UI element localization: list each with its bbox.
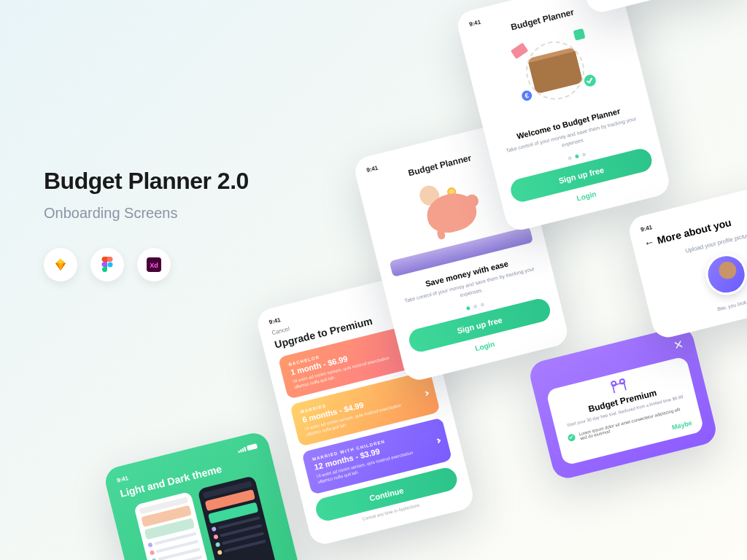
figma-icon [90, 248, 124, 281]
hero-section: Budget Planner 2.0 Onboarding Screens Xd [44, 168, 249, 281]
back-button[interactable]: ← [643, 236, 655, 249]
check-icon [567, 433, 576, 442]
svg-text:Xd: Xd [150, 262, 158, 269]
tool-icons: Xd [44, 248, 249, 281]
avatar[interactable] [702, 249, 747, 299]
hero-title: Budget Planner 2.0 [44, 168, 249, 195]
xd-icon: Xd [137, 248, 171, 281]
hero-subtitle: Onboarding Screens [44, 205, 249, 222]
dark-theme-preview [198, 475, 281, 560]
chevron-right-icon [424, 391, 429, 396]
bag-icon [573, 28, 586, 41]
check-icon [583, 74, 597, 88]
chevron-right-icon [436, 438, 441, 443]
euro-icon: € [521, 90, 533, 102]
theme-screen: 9:41 Light and Dark theme [102, 430, 305, 560]
svg-point-0 [108, 262, 113, 268]
sketch-icon [44, 248, 77, 281]
card-icon [511, 42, 528, 59]
premium-modal-screen: ✕ Budget Premium Start your 30 day free … [527, 324, 719, 481]
crown-icon [612, 381, 627, 393]
about-you-screen: 9:41 ← More about you Upload your profil… [626, 179, 747, 341]
